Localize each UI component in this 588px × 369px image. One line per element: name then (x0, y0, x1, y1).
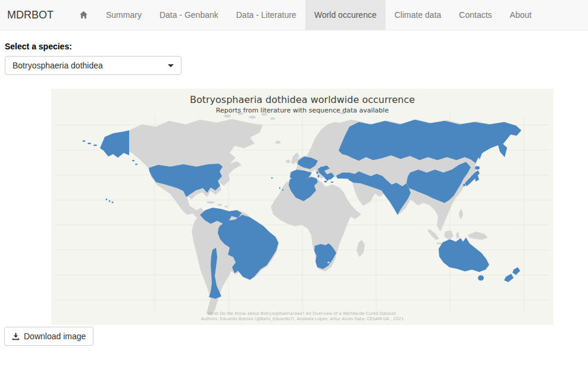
map-region-sardinia (318, 175, 320, 178)
download-button-label: Download image (24, 332, 86, 341)
brand-logo[interactable]: MDRBOT (0, 0, 65, 30)
map-region-caribbean (207, 201, 228, 208)
download-icon (12, 333, 20, 340)
home-icon (79, 11, 88, 19)
world-occurrence-map: Botryosphaeria dothidea worldwide occurr… (51, 89, 553, 325)
map-region-crete (331, 182, 334, 183)
species-dropdown[interactable]: Botryosphaeria dothidea (5, 56, 182, 75)
nav-item-contacts[interactable]: Contacts (450, 0, 501, 30)
map-region-australia (439, 237, 489, 272)
nav-item-home[interactable] (70, 0, 97, 30)
map-region-iceland (276, 141, 281, 144)
nav-item-data-literature[interactable]: Data - Literature (227, 0, 305, 30)
map-region-ireland (286, 160, 290, 163)
nav-item-data-genbank[interactable]: Data - Genbank (151, 0, 227, 30)
world-map-plot (51, 89, 553, 325)
map-region-madagascar (356, 240, 365, 257)
top-navbar: MDRBOT Summary Data - Genbank Data - Lit… (0, 0, 588, 30)
map-region-atlantic-islands (271, 177, 283, 190)
nav-item-world-occurence[interactable]: World occurence (305, 0, 386, 30)
download-image-button[interactable]: Download image (4, 327, 93, 346)
map-subtitle: Reports from literature with sequence da… (51, 107, 553, 114)
nav-item-climate-data[interactable]: Climate data (386, 0, 451, 30)
map-caption-line1: What Do We Know about Botryosphaeriaceae… (51, 311, 553, 317)
map-title: Botryosphaeria dothidea worldwide occurr… (51, 94, 553, 105)
nav-item-summary[interactable]: Summary (97, 0, 151, 30)
map-region-lesotho (327, 262, 330, 264)
map-region-hawaii (106, 199, 114, 204)
map-region-usa (149, 164, 223, 197)
nav-item-about[interactable]: About (501, 0, 541, 30)
map-region-sicily (324, 181, 327, 183)
nav-list: Summary Data - Genbank Data - Literature… (70, 0, 540, 30)
map-region-tasmania (478, 276, 484, 281)
species-dropdown-value: Botryosphaeria dothidea (12, 61, 163, 70)
caret-down-icon (168, 64, 174, 67)
species-selector-label: Select a species: (5, 42, 72, 51)
map-caption-line2: Authors: Eduardo Batista (@Batis_Eduardo… (51, 317, 553, 322)
map-region-alaska (100, 130, 129, 158)
map-region-corsica (317, 171, 318, 174)
map-region-russia (339, 120, 521, 163)
map-caption: What Do We Know about Botryosphaeriaceae… (51, 311, 553, 322)
map-region-southeast-asia-islands (427, 209, 488, 245)
map-region-africa (271, 177, 361, 271)
